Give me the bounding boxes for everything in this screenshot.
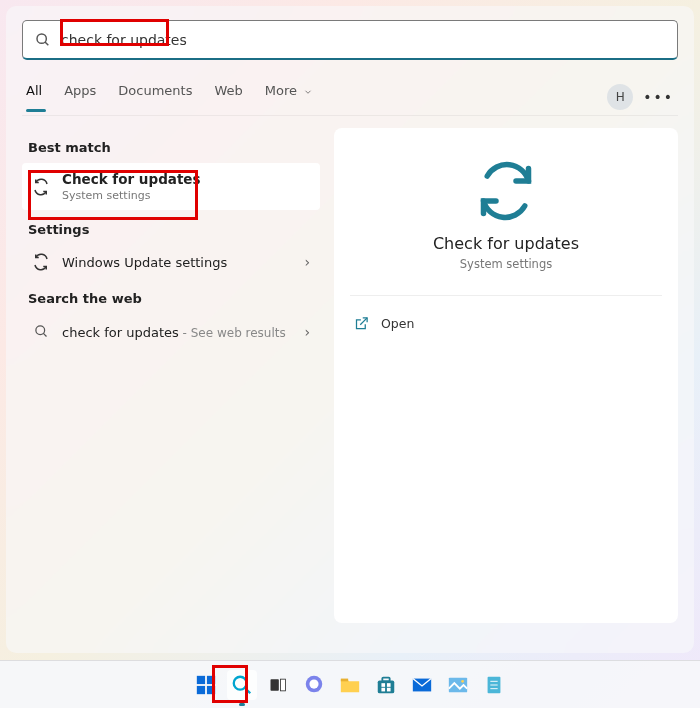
filters: All Apps Documents Web More [22, 83, 313, 110]
notepad-icon[interactable] [479, 670, 509, 700]
svg-line-1 [45, 42, 48, 45]
result-title: Windows Update settings [62, 255, 292, 270]
divider [350, 295, 662, 296]
svg-rect-4 [197, 675, 205, 683]
svg-rect-7 [207, 685, 215, 693]
action-open[interactable]: Open [350, 310, 662, 337]
svg-rect-11 [281, 679, 286, 691]
filter-apps[interactable]: Apps [64, 83, 96, 110]
chevron-right-icon: › [304, 324, 310, 340]
photos-icon[interactable] [443, 670, 473, 700]
task-view-button[interactable] [263, 670, 293, 700]
mail-icon[interactable] [407, 670, 437, 700]
svg-rect-19 [381, 687, 385, 691]
more-options-icon[interactable]: ••• [643, 89, 674, 105]
svg-point-23 [461, 679, 464, 682]
svg-rect-10 [271, 679, 279, 691]
chevron-right-icon: › [304, 254, 310, 270]
svg-rect-6 [197, 685, 205, 693]
search-icon [35, 32, 51, 48]
svg-point-2 [35, 326, 44, 335]
preview-pane: Check for updates System settings Open [334, 128, 678, 623]
filter-documents[interactable]: Documents [118, 83, 192, 110]
preview-title: Check for updates [350, 234, 662, 253]
filter-all[interactable]: All [26, 83, 42, 110]
svg-rect-16 [382, 677, 389, 681]
section-web: Search the web [22, 279, 320, 314]
microsoft-store-icon[interactable] [371, 670, 401, 700]
search-input[interactable] [61, 32, 665, 48]
web-result-suffix: - See web results [179, 326, 286, 340]
preview-subtitle: System settings [350, 257, 662, 271]
sync-icon [32, 178, 50, 196]
content-row: Best match Check for updates System sett… [22, 128, 678, 623]
web-result-prefix: check for updates [62, 325, 179, 340]
section-settings: Settings [22, 210, 320, 245]
search-button[interactable] [227, 670, 257, 700]
teams-chat-icon[interactable] [299, 670, 329, 700]
result-title: Check for updates [62, 171, 310, 187]
filter-more-label: More [265, 83, 297, 98]
svg-rect-18 [387, 683, 391, 687]
sync-icon [475, 160, 537, 222]
filter-row: All Apps Documents Web More H ••• [22, 78, 678, 116]
svg-line-9 [245, 687, 251, 693]
result-subtitle: System settings [62, 189, 310, 202]
svg-rect-20 [387, 687, 391, 691]
sync-icon [32, 253, 50, 271]
start-button[interactable] [191, 670, 221, 700]
svg-point-0 [37, 34, 46, 43]
svg-rect-14 [341, 678, 348, 681]
start-search-panel: All Apps Documents Web More H ••• Best m… [6, 6, 694, 653]
result-web-search[interactable]: check for updates - See web results › [22, 314, 320, 349]
open-icon [354, 316, 369, 331]
svg-rect-15 [378, 680, 395, 693]
taskbar [0, 660, 700, 708]
svg-point-8 [234, 676, 247, 689]
svg-point-13 [309, 679, 318, 688]
action-open-label: Open [381, 316, 414, 331]
svg-rect-17 [381, 683, 385, 687]
search-icon [32, 324, 50, 339]
file-explorer-icon[interactable] [335, 670, 365, 700]
header-controls: H ••• [607, 84, 678, 110]
account-avatar[interactable]: H [607, 84, 633, 110]
result-texts: Check for updates System settings [62, 171, 310, 202]
filter-web[interactable]: Web [214, 83, 242, 110]
results-column: Best match Check for updates System sett… [22, 128, 320, 623]
result-windows-update-settings[interactable]: Windows Update settings › [22, 245, 320, 279]
svg-rect-5 [207, 675, 215, 683]
svg-line-3 [43, 333, 46, 336]
section-best-match: Best match [22, 128, 320, 163]
filter-more[interactable]: More [265, 83, 313, 110]
search-bar[interactable] [22, 20, 678, 60]
result-check-for-updates[interactable]: Check for updates System settings [22, 163, 320, 210]
